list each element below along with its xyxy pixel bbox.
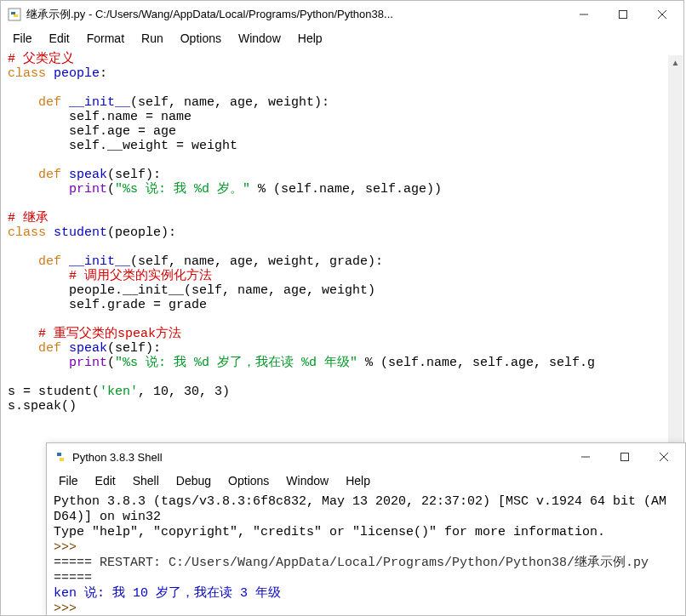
code-string: 'ken'	[100, 385, 138, 399]
menu-edit[interactable]: Edit	[43, 30, 77, 47]
shell-banner: Python 3.8.3 (tags/v3.8.3:6f8c832, May 1…	[54, 494, 666, 509]
code-string: "%s 说: 我 %d 岁了，我在读 %d 年级"	[115, 356, 357, 370]
menu-window[interactable]: Window	[232, 30, 288, 47]
code-text	[8, 254, 38, 269]
code-comment: # 继承	[8, 211, 49, 225]
code-text: s.speak()	[8, 399, 77, 414]
code-builtin: print	[69, 182, 107, 197]
code-funcname: speak	[61, 168, 107, 182]
code-funcname: __init__	[61, 95, 130, 110]
code-text	[8, 182, 69, 197]
code-text: % (self.name, self.age))	[250, 182, 442, 197]
code-text	[8, 356, 69, 370]
code-keyword: def	[38, 95, 61, 110]
editor-code-area[interactable]: # 父类定义 class people: def __init__(self, …	[1, 48, 683, 417]
menu-options[interactable]: Options	[221, 472, 276, 489]
menu-options[interactable]: Options	[174, 30, 228, 47]
code-text: (people):	[107, 225, 176, 240]
code-text	[8, 341, 38, 356]
menu-window[interactable]: Window	[279, 472, 335, 489]
code-text: :	[100, 66, 107, 81]
menu-edit[interactable]: Edit	[89, 472, 123, 489]
code-classname: people	[46, 66, 100, 81]
maximize-button[interactable]	[603, 1, 643, 28]
code-string: "%s 说: 我 %d 岁。"	[115, 182, 250, 197]
code-keyword: class	[8, 66, 46, 81]
code-text: (self):	[107, 168, 161, 182]
code-classname: student	[46, 225, 107, 240]
scroll-up-icon[interactable]: ▲	[668, 55, 683, 70]
code-text: s = student(	[8, 385, 100, 399]
menu-help[interactable]: Help	[291, 30, 329, 47]
shell-menubar: File Edit Shell Debug Options Window Hel…	[47, 471, 685, 491]
code-text: self.grade = grade	[8, 298, 207, 312]
editor-menubar: File Edit Format Run Options Window Help	[1, 28, 683, 48]
code-text: (self):	[107, 341, 161, 356]
minimize-button[interactable]	[564, 1, 603, 28]
shell-prompt: >>>	[54, 602, 77, 616]
menu-format[interactable]: Format	[80, 30, 131, 47]
menu-file[interactable]: File	[6, 30, 39, 47]
code-text: self.age = age	[8, 124, 176, 139]
svg-rect-6	[621, 453, 629, 461]
code-keyword: class	[8, 225, 46, 240]
code-funcname: __init__	[61, 254, 130, 269]
code-text: , 10, 30, 3)	[138, 385, 230, 399]
shell-output: ken 说: 我 10 岁了，我在读 3 年级	[54, 586, 281, 601]
code-text: (self, name, age, weight):	[130, 95, 329, 110]
editor-title: 继承示例.py - C:/Users/Wang/AppData/Local/Pr…	[26, 7, 564, 22]
code-text: self.name = name	[8, 110, 192, 124]
code-text: (	[107, 182, 115, 197]
code-text	[8, 95, 38, 110]
menu-run[interactable]: Run	[134, 30, 170, 47]
code-keyword: def	[38, 254, 61, 269]
shell-banner: D64)] on win32	[54, 510, 161, 524]
maximize-button[interactable]	[605, 443, 644, 471]
shell-window: Python 3.8.3 Shell File Edit Shell Debug…	[46, 442, 686, 616]
shell-titlebar[interactable]: Python 3.8.3 Shell	[47, 443, 685, 471]
code-keyword: def	[38, 168, 61, 182]
code-text: (	[107, 356, 115, 370]
code-text: (self, name, age, weight, grade):	[130, 254, 383, 269]
editor-titlebar[interactable]: 继承示例.py - C:/Users/Wang/AppData/Local/Pr…	[1, 1, 683, 28]
shell-output-area[interactable]: Python 3.8.3 (tags/v3.8.3:6f8c832, May 1…	[47, 491, 685, 616]
close-button[interactable]	[643, 1, 682, 28]
shell-banner: Type "help", "copyright", "credits" or "…	[54, 525, 605, 539]
code-text	[8, 168, 38, 182]
python-file-icon	[8, 8, 21, 21]
code-builtin: print	[69, 356, 107, 370]
code-text: people.__init__(self, name, age, weight)	[8, 283, 375, 298]
code-comment: # 调用父类的实例化方法	[8, 269, 212, 283]
shell-title: Python 3.8.3 Shell	[72, 451, 566, 464]
code-keyword: def	[38, 341, 61, 356]
close-button[interactable]	[644, 443, 683, 471]
code-text: self.__weight = weight	[8, 139, 237, 153]
shell-restart: =====	[54, 571, 92, 585]
shell-prompt: >>>	[54, 540, 77, 555]
shell-restart: ===== RESTART: C:/Users/Wang/AppData/Loc…	[54, 556, 649, 570]
code-funcname: speak	[61, 341, 107, 356]
menu-debug[interactable]: Debug	[169, 472, 218, 489]
code-text: % (self.name, self.age, self.g	[357, 356, 595, 370]
minimize-button[interactable]	[566, 443, 605, 471]
menu-file[interactable]: File	[52, 472, 85, 489]
svg-rect-2	[620, 11, 627, 19]
menu-help[interactable]: Help	[339, 472, 377, 489]
menu-shell[interactable]: Shell	[126, 472, 166, 489]
python-shell-icon	[54, 450, 67, 464]
code-comment: # 父类定义	[8, 52, 74, 66]
code-comment: # 重写父类的speak方法	[8, 327, 181, 341]
